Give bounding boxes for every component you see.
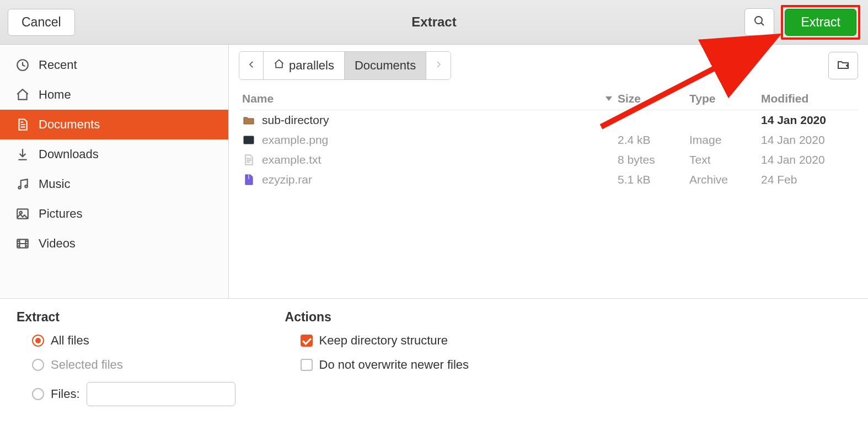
opt-label: Files:	[51, 387, 80, 401]
file-name: example.png	[262, 133, 328, 147]
new-folder-button[interactable]	[828, 52, 858, 79]
home-icon	[274, 58, 285, 73]
svg-line-1	[762, 23, 764, 25]
table-body: sub-directory14 Jan 2020example.png2.4 k…	[239, 110, 858, 190]
sidebar-item-pictures[interactable]: Pictures	[0, 199, 228, 229]
checkbox-icon	[301, 359, 313, 371]
new-folder-icon	[837, 58, 850, 73]
cell-type: Image	[689, 133, 756, 147]
file-name: example.txt	[262, 153, 321, 166]
cell-modified: 14 Jan 2020	[761, 114, 855, 127]
sidebar-item-recent[interactable]: Recent	[0, 50, 228, 80]
column-modified[interactable]: Modified	[761, 92, 855, 105]
chevron-right-icon	[433, 60, 443, 72]
sidebar-item-label: Music	[39, 177, 70, 191]
sidebar-item-home[interactable]: Home	[0, 80, 228, 110]
cell-name: example.png	[242, 133, 612, 147]
svg-rect-8	[244, 136, 254, 144]
file-name: ezyzip.rar	[262, 173, 312, 186]
opt-label: Selected files	[51, 358, 123, 372]
opt-selected-files: Selected files	[17, 358, 235, 372]
folder-icon	[242, 114, 255, 127]
sidebar-item-label: Home	[39, 88, 71, 102]
column-name[interactable]: Name	[242, 92, 612, 105]
opt-label: Do not overwrite newer files	[319, 358, 469, 372]
svg-point-4	[25, 185, 27, 187]
column-size[interactable]: Size	[618, 92, 684, 105]
sidebar-item-downloads[interactable]: Downloads	[0, 139, 228, 169]
sidebar-item-label: Recent	[39, 58, 77, 72]
clock-icon	[15, 58, 30, 72]
cell-modified: 14 Jan 2020	[761, 133, 855, 147]
table-row[interactable]: sub-directory14 Jan 2020	[239, 110, 858, 130]
search-button[interactable]	[744, 8, 774, 36]
checkbox-icon	[301, 335, 313, 347]
image-icon	[242, 133, 255, 147]
svg-point-0	[755, 17, 762, 24]
breadcrumb-path: parallels Documents	[239, 51, 451, 80]
sidebar-item-documents[interactable]: Documents	[0, 110, 228, 139]
text-icon	[242, 153, 255, 166]
actions-heading: Actions	[285, 310, 469, 325]
music-icon	[15, 177, 30, 191]
chevron-left-icon	[247, 60, 256, 72]
sidebar: Recent Home Documents Downloads Music	[0, 45, 229, 298]
document-icon	[15, 117, 30, 132]
dialog-title: Extract	[411, 14, 456, 29]
file-table: Name Size Type Modified sub-directory14 …	[239, 88, 858, 298]
files-pattern-input[interactable]	[87, 382, 235, 406]
sidebar-item-label: Documents	[39, 117, 100, 132]
svg-point-6	[20, 212, 22, 214]
dialog-header: Cancel Extract Extract	[0, 0, 868, 45]
cell-size: 2.4 kB	[618, 133, 684, 147]
svg-point-3	[18, 186, 20, 188]
cell-modified: 24 Feb	[761, 173, 855, 186]
path-forward-button[interactable]	[426, 52, 451, 79]
cell-name: sub-directory	[242, 114, 612, 127]
picture-icon	[15, 207, 30, 221]
breadcrumb-segment-home[interactable]: parallels	[264, 52, 345, 79]
breadcrumb-label: Documents	[355, 58, 416, 73]
cell-type: Archive	[689, 173, 756, 186]
opt-label: Keep directory structure	[319, 333, 448, 348]
sidebar-item-label: Videos	[39, 236, 76, 251]
content-panel: parallels Documents Name S	[229, 45, 868, 298]
breadcrumb-label: parallels	[289, 58, 334, 73]
path-back-button[interactable]	[239, 52, 264, 79]
options-panel: Extract All files Selected files Files: …	[0, 299, 868, 417]
radio-icon	[32, 335, 44, 347]
table-row[interactable]: example.png2.4 kBImage14 Jan 2020	[239, 130, 858, 150]
column-type[interactable]: Type	[689, 92, 756, 105]
sidebar-item-videos[interactable]: Videos	[0, 229, 228, 258]
file-name: sub-directory	[262, 114, 329, 127]
actions-options: Actions Keep directory structure Do not …	[285, 310, 469, 406]
extract-button[interactable]: Extract	[785, 9, 856, 36]
extract-options: Extract All files Selected files Files:	[17, 310, 235, 406]
cell-size: 8 bytes	[618, 153, 684, 166]
table-row[interactable]: ezyzip.rar5.1 kBArchive24 Feb	[239, 170, 858, 190]
table-row[interactable]: example.txt8 bytesText14 Jan 2020	[239, 150, 858, 170]
title-wrap: Extract	[0, 14, 868, 30]
home-icon	[15, 88, 30, 102]
radio-icon	[32, 388, 44, 400]
opt-files-pattern[interactable]: Files:	[17, 382, 235, 406]
cell-size: 5.1 kB	[618, 173, 684, 186]
opt-keep-structure[interactable]: Keep directory structure	[285, 333, 469, 348]
main-area: Recent Home Documents Downloads Music	[0, 45, 868, 299]
sidebar-item-label: Pictures	[39, 207, 82, 221]
search-icon	[753, 14, 766, 30]
opt-no-overwrite[interactable]: Do not overwrite newer files	[285, 358, 469, 372]
extract-button-highlight: Extract	[781, 5, 860, 40]
sidebar-item-music[interactable]: Music	[0, 169, 228, 199]
archive-icon	[242, 173, 255, 186]
radio-icon	[32, 359, 44, 371]
cell-type: Text	[689, 153, 756, 166]
download-icon	[15, 147, 30, 161]
extract-heading: Extract	[17, 310, 235, 325]
opt-all-files[interactable]: All files	[17, 333, 235, 348]
breadcrumb-segment-current[interactable]: Documents	[345, 52, 426, 79]
opt-label: All files	[51, 333, 89, 348]
cancel-button[interactable]: Cancel	[8, 9, 75, 36]
video-icon	[15, 236, 30, 251]
sidebar-item-label: Downloads	[39, 147, 99, 161]
